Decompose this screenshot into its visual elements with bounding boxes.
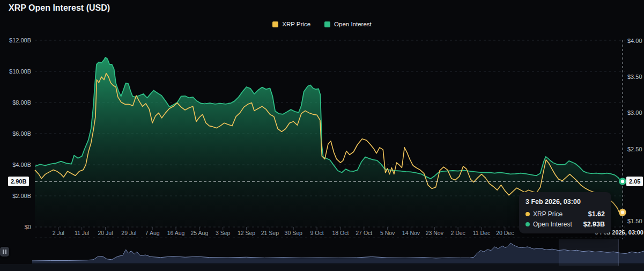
left-axis-tick-label: $4.00B <box>0 161 31 169</box>
open-interest-current-left-badge: 2.90B <box>8 177 29 186</box>
left-axis-tick-label: $10.00B <box>0 68 31 75</box>
right-axis-tick-label: $2.50 <box>627 145 642 153</box>
legend-item-xrp-price[interactable]: XRP Price <box>272 21 310 27</box>
tooltip-header: 3 Feb 2026, 03:00 <box>525 198 605 206</box>
navigator-right-handle[interactable] <box>0 247 9 257</box>
tooltip-row-open-interest: Open Interest $2.93B <box>525 221 605 228</box>
tooltip-value-open-interest: $2.93B <box>583 221 605 228</box>
left-axis-tick-label: $0 <box>0 223 31 231</box>
right-axis-tick-label: $3.50 <box>627 73 642 80</box>
open-interest-endpoint-marker <box>620 179 625 184</box>
legend-label-open-interest: Open Interest <box>334 21 372 27</box>
handle-grip-icon <box>5 250 6 254</box>
tooltip-value-xrp-price: $1.62 <box>588 210 605 218</box>
xrp-price-swatch-icon <box>272 21 278 27</box>
legend-item-open-interest[interactable]: Open Interest <box>324 21 372 27</box>
legend: XRP Price Open Interest <box>0 21 644 27</box>
tooltip-label-open-interest: Open Interest <box>533 221 572 228</box>
navigator-selection-window[interactable] <box>559 239 619 266</box>
left-axis-tick-label: $6.00B <box>0 130 31 137</box>
right-axis-tick-label: $3.00 <box>627 109 642 116</box>
handle-grip-icon <box>3 250 4 254</box>
left-axis-tick-label: $8.00B <box>0 99 31 106</box>
open-interest-swatch-icon <box>324 21 330 27</box>
tooltip: 3 Feb 2026, 03:00 XRP Price $1.62 Open I… <box>519 192 611 233</box>
tooltip-row-xrp-price: XRP Price $1.62 <box>525 210 605 218</box>
xrp-price-dot-icon <box>525 212 530 216</box>
xrp-price-endpoint-marker <box>620 210 625 215</box>
open-interest-current-right-badge: 2.05 <box>626 177 643 186</box>
right-axis-tick-label: $1.50 <box>627 217 642 225</box>
x-axis-tick-label: 20 Dec <box>491 229 519 237</box>
left-axis-tick-label: $12.00B <box>0 36 31 44</box>
left-axis-tick-label: $2.00B <box>0 192 31 200</box>
right-axis-tick-label: $4.00 <box>627 37 642 45</box>
tooltip-label-xrp-price: XRP Price <box>533 210 562 218</box>
xrp-open-interest-chart: XRP Open Interest (USD) XRP Price Open I… <box>0 0 644 271</box>
page-title: XRP Open Interest (USD) <box>9 3 110 13</box>
open-interest-dot-icon <box>525 222 530 226</box>
legend-label-xrp-price: XRP Price <box>282 21 310 27</box>
